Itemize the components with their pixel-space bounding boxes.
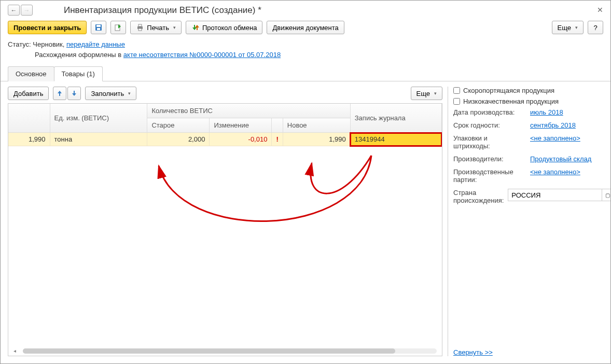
nav-forward-button[interactable]: → [21,5,33,16]
move-down-button[interactable] [67,87,81,100]
cell-journal[interactable]: 13419944 [350,133,441,146]
arrow-down-icon [70,89,78,97]
expiry-link[interactable]: сентябрь 2018 [530,121,576,129]
add-button[interactable]: Добавить [8,87,49,100]
tab-main[interactable]: Основное [8,66,54,81]
protocol-label: Протокол обмена [202,24,257,32]
tab-goods[interactable]: Товары (1) [54,66,103,81]
arrow-up-icon [55,89,64,97]
col-old: Старое [147,118,210,133]
document-movements-button[interactable]: Движения документа [267,21,344,34]
table-more-button[interactable]: Еще [411,87,442,100]
printer-icon [136,23,144,32]
move-up-button[interactable] [53,87,66,100]
low-quality-label: Низкокачественная продукция [463,97,559,105]
print-label: Печать [147,24,169,32]
batches-link[interactable]: <не заполнено> [530,168,580,176]
exchange-protocol-button[interactable]: Протокол обмена [186,21,263,34]
save-button[interactable] [91,21,106,34]
producers-label: Производители: [453,155,526,163]
col-journal: Запись журнала [350,104,441,133]
svg-rect-2 [97,28,100,30]
low-quality-checkbox[interactable] [453,98,460,105]
expiry-label: Срок годности: [453,121,526,129]
packaging-link[interactable]: <не заполнено> [530,134,580,142]
transfer-data-link[interactable]: передайте данные [66,40,125,48]
svg-rect-1 [96,25,101,27]
svg-rect-6 [138,29,142,31]
discrepancy-text: Расхождения оформлены в [35,51,123,59]
help-button[interactable]: ? [588,21,603,34]
post-button[interactable] [110,21,126,34]
open-reference-icon[interactable]: ▢ [602,189,611,201]
print-button[interactable]: Печать [130,21,182,34]
cell-qty[interactable]: 1,990 [8,133,50,146]
post-and-close-button[interactable]: Провести и закрыть [8,21,87,34]
nav-back-button[interactable]: ← [8,5,20,16]
perishable-label: Скоропортящаяся продукция [463,87,554,94]
cell-change[interactable]: -0,010 [210,133,272,146]
cell-new[interactable]: 1,990 [283,133,350,146]
exchange-icon [191,23,200,32]
col-qty-group: Количество ВЕТИС [147,104,350,118]
horizontal-scrollbar[interactable] [23,348,437,354]
page-title: Инвентаризация продукции ВЕТИС (создание… [38,5,261,16]
warning-icon: ! [272,133,283,146]
post-icon [114,23,122,32]
table-row[interactable]: 1,990 тонна 2,000 -0,010 ! 1,990 1341994… [8,133,442,146]
cell-unit[interactable]: тонна [50,133,147,146]
country-label: Страна происхождения: [453,189,504,204]
production-date-label: Дата производства: [453,108,526,116]
discrepancy-act-link[interactable]: акте несоответствия №0000-000001 от 05.0… [123,51,281,59]
col-change: Изменение [210,118,272,133]
fill-button[interactable]: Заполнить [85,87,136,100]
close-icon[interactable]: ✕ [597,6,603,14]
save-icon [94,23,103,32]
collapse-link[interactable]: Свернуть >> [453,348,493,356]
col-new: Новое [283,118,350,133]
perishable-checkbox[interactable] [453,87,460,94]
cell-old[interactable]: 2,000 [147,133,210,146]
batches-label: Производственные партии: [453,168,526,184]
producers-link[interactable]: Продуктовый склад [530,155,591,163]
status-label: Статус: [8,40,31,48]
country-input[interactable] [508,191,602,199]
svg-rect-5 [138,24,142,26]
more-button[interactable]: Еще [552,21,584,34]
status-value: Черновик, [33,40,64,48]
production-date-link[interactable]: июль 2018 [530,108,563,116]
packaging-label: Упаковки и штрихкоды: [453,134,526,150]
col-unit: Ед. изм. (ВЕТИС) [50,104,147,133]
